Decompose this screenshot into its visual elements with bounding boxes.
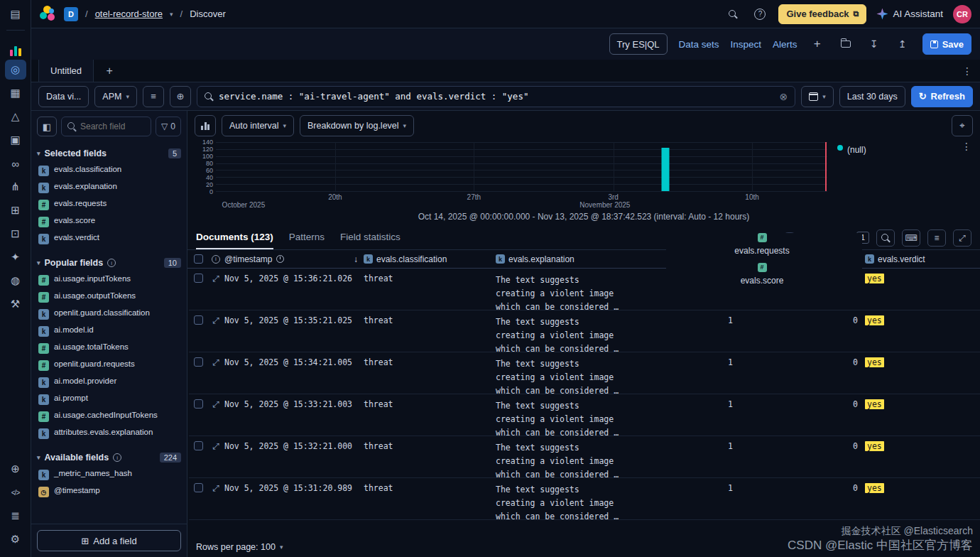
grid-search-icon[interactable] [876,229,895,247]
slos-nav-icon[interactable]: ∞ [5,153,26,173]
histogram-bar[interactable] [661,148,669,191]
avatar[interactable]: CR [953,5,971,23]
nav-menu-icon[interactable]: ▤ [5,4,26,24]
expand-row-icon[interactable]: ⤢ [207,478,224,524]
field-search-input[interactable] [80,121,145,131]
table-row[interactable]: ⤢ Nov 5, 2025 @ 15:31:20.989 threat The … [189,478,980,520]
field-item[interactable]: kevals.verdict [31,230,187,247]
col-timestamp[interactable]: @timestamp↓ [224,254,364,264]
save-button[interactable]: Save [922,33,971,55]
tools-nav-icon[interactable]: ⚒ [5,294,26,314]
field-item[interactable]: kevals.classification [31,162,187,179]
tab-untitled[interactable]: Untitled [38,60,94,82]
stack-management-nav-icon[interactable]: ≣ [5,506,26,526]
try-esql-button[interactable]: Try ES|QL [609,33,668,55]
data-view-picker[interactable]: Data vi... [38,86,89,107]
give-feedback-button[interactable]: Give feedback⧉ [778,4,866,24]
select-all-checkbox[interactable] [194,254,203,264]
tab-menu-icon[interactable]: ⋮ [963,63,980,80]
field-item[interactable]: kopenlit.guard.classification [31,305,187,323]
chart-type-icon[interactable] [195,115,216,136]
dev-tools-nav-icon[interactable]: </> [5,482,26,502]
chevron-down-icon[interactable]: ▾ [280,544,283,551]
chart-plot[interactable] [216,142,827,192]
table-row[interactable]: ⤢ Nov 5, 2025 @ 15:35:21.025 threat The … [189,310,980,352]
col-classification[interactable]: kevals.classification [364,254,496,264]
help-icon[interactable]: ? [751,6,768,23]
field-item[interactable]: ◷@timestamp [31,483,187,500]
col-verdict[interactable]: kevals.verdict [862,254,980,264]
new-icon[interactable]: + [809,36,826,53]
field-filter-button[interactable]: ▽0 [156,117,181,136]
rows-per-page[interactable]: Rows per page: 100 [196,542,276,552]
col-explanation[interactable]: kevals.explanation [496,254,666,264]
observability-logo-icon[interactable] [5,36,26,56]
collapse-sidebar-icon[interactable]: ◧ [37,117,57,136]
expand-row-icon[interactable]: ⤢ [207,310,224,356]
section-selected-fields[interactable]: ▾ Selected fields 5 [31,144,187,162]
cases-nav-icon[interactable]: ▣ [5,130,26,150]
legend-label[interactable]: (null) [847,145,866,155]
field-item[interactable]: kevals.explanation [31,179,187,196]
row-checkbox[interactable] [194,483,203,492]
applications-nav-icon[interactable]: ⊞ [5,200,26,220]
services-nav-icon[interactable]: ⋔ [5,177,26,197]
query-input[interactable] [219,91,774,102]
data-sets-link[interactable]: Data sets [679,39,719,50]
tab-field-statistics[interactable]: Field statistics [340,226,401,249]
dashboards-nav-icon[interactable]: ▦ [5,83,26,103]
time-range-button[interactable]: Last 30 days [839,86,905,107]
search-icon[interactable] [724,6,741,23]
expand-row-icon[interactable]: ⤢ [207,269,224,314]
field-item[interactable]: #ai.usage.outputTokens [31,288,187,305]
table-row[interactable]: ⤢ Nov 5, 2025 @ 15:33:21.003 threat The … [189,394,980,436]
field-item[interactable]: #evals.score [31,213,187,230]
fullscreen-icon[interactable]: ⤢ [953,229,971,247]
col-requests[interactable]: #evals.requests#evals.score [666,233,862,286]
chart-menu-icon[interactable]: ⋮ [962,141,971,152]
refresh-button[interactable]: ↻Refresh [911,86,973,107]
add-tab-icon[interactable]: + [101,63,118,80]
interval-select[interactable]: Auto interval▾ [222,115,294,136]
alerts-nav-icon[interactable]: △ [5,107,26,126]
field-item[interactable]: k_metric_names_hash [31,466,187,483]
breakdown-select[interactable]: Breakdown by log.level▾ [300,115,414,136]
row-checkbox[interactable] [194,315,203,325]
display-options-icon[interactable]: ≡ [927,229,946,247]
app-picker[interactable]: APM▾ [94,86,137,107]
field-item[interactable]: #openlit.guard.requests [31,357,187,374]
breadcrumb-project[interactable]: otel-record-store [95,9,163,19]
chevron-down-icon[interactable]: ▾ [170,11,173,18]
infrastructure-nav-icon[interactable]: ⊡ [5,224,26,244]
settings-gear-icon[interactable]: ⚙ [5,529,26,549]
ai-assistant-button[interactable]: AI Assistant [876,9,943,20]
chart-options-icon[interactable]: ⌖ [952,115,973,136]
discover-nav-icon[interactable]: ◎ [5,60,26,80]
calendar-button[interactable]: ▾ [801,86,834,107]
filter-lines-icon[interactable]: ≡ [143,86,164,107]
expand-row-icon[interactable]: ⤢ [207,436,224,482]
field-item[interactable]: kattributes.evals.explanation [31,425,187,442]
field-item[interactable]: #ai.usage.totalTokens [31,340,187,357]
field-item[interactable]: #ai.usage.inputTokens [31,271,187,288]
deployment-badge[interactable]: D [64,7,78,21]
share-icon[interactable]: ↥ [894,36,911,53]
row-checkbox[interactable] [194,399,203,409]
section-available-fields[interactable]: ▾ Available fields i 224 [31,448,187,466]
tab-documents[interactable]: Documents (123) [196,226,273,249]
synthetics-nav-icon[interactable]: ◍ [5,271,26,291]
inspect-link[interactable]: Inspect [731,39,762,50]
tab-patterns[interactable]: Patterns [289,226,325,249]
section-popular-fields[interactable]: ▾ Popular fields i 10 [31,253,187,271]
row-checkbox[interactable] [194,441,203,450]
field-item[interactable]: #ai.usage.cachedInputTokens [31,408,187,425]
machine-learning-nav-icon[interactable]: ✦ [5,247,26,267]
row-checkbox[interactable] [194,274,203,283]
add-field-button[interactable]: ⊞Add a field [37,530,181,551]
alerts-link[interactable]: Alerts [773,39,797,50]
keyboard-icon[interactable]: ⌨ [902,229,920,247]
field-item[interactable]: #evals.requests [31,196,187,213]
expand-row-icon[interactable]: ⤢ [207,352,224,398]
expand-row-icon[interactable]: ⤢ [207,394,224,440]
field-item[interactable]: kai.prompt [31,391,187,408]
